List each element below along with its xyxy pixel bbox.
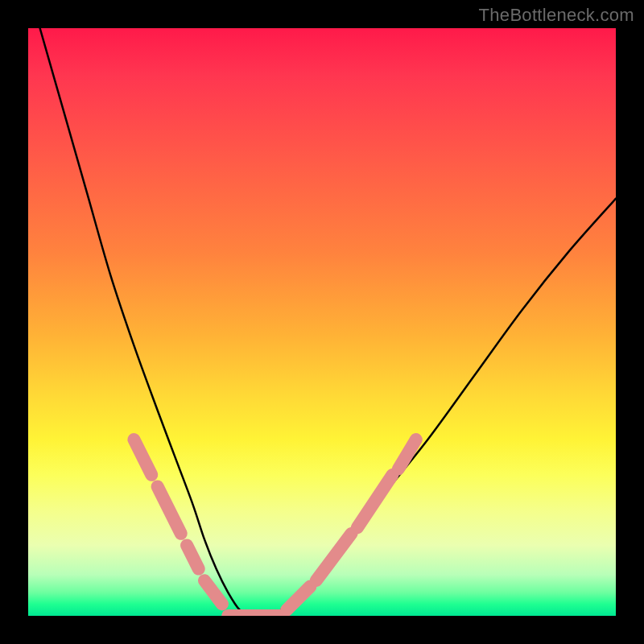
highlight-segment: [287, 587, 310, 610]
highlight-segment: [398, 440, 416, 469]
chart-frame: TheBottleneck.com: [0, 0, 644, 644]
highlight-segment: [187, 545, 199, 568]
bottleneck-curve: [40, 28, 616, 616]
highlight-segment: [316, 534, 352, 580]
highlight-segment: [204, 580, 222, 604]
highlight-segment: [158, 486, 181, 533]
highlight-segment: [134, 440, 151, 475]
highlight-segment: [357, 475, 393, 528]
highlight-overlay: [134, 440, 415, 616]
watermark-text: TheBottleneck.com: [479, 5, 634, 26]
curve-line: [40, 28, 616, 616]
plot-area: [28, 28, 616, 616]
chart-svg: [28, 28, 616, 616]
